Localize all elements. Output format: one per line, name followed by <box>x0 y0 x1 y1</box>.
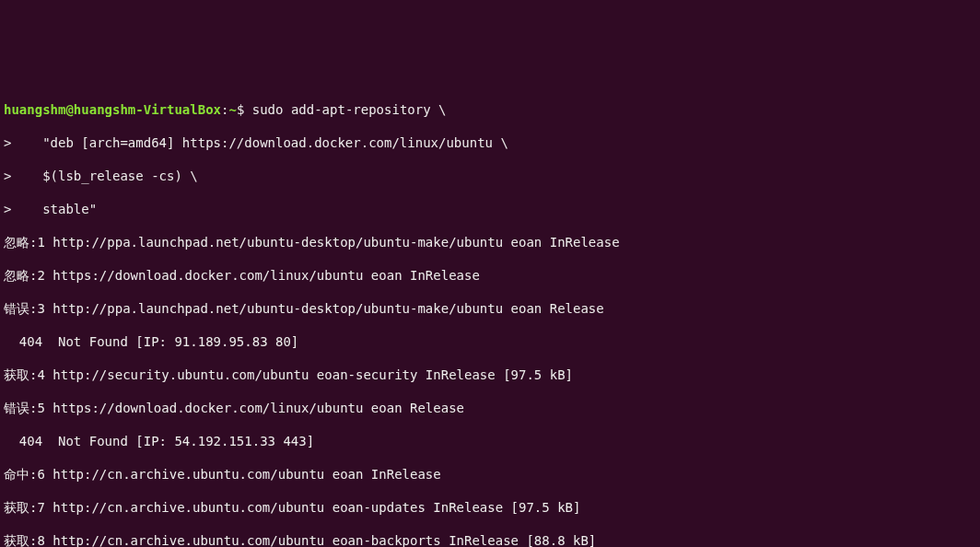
output-line: 命中:6 http://cn.archive.ubuntu.com/ubuntu… <box>4 466 976 483</box>
continuation-line: > $(lsb_release -cs) \ <box>4 168 976 184</box>
command-text: sudo add-apt-repository \ <box>244 102 446 117</box>
output-line: 获取:4 http://security.ubuntu.com/ubuntu e… <box>4 367 976 383</box>
output-line: 获取:8 http://cn.archive.ubuntu.com/ubuntu… <box>4 532 976 547</box>
terminal-window[interactable]: huangshm@huangshm-VirtualBox:~$ sudo add… <box>0 83 980 547</box>
output-line: 获取:7 http://cn.archive.ubuntu.com/ubuntu… <box>4 499 976 516</box>
continuation-line: > "deb [arch=amd64] https://download.doc… <box>4 134 976 151</box>
continuation-line: > stable" <box>4 201 976 217</box>
output-line: 错误:3 http://ppa.launchpad.net/ubuntu-des… <box>4 300 976 317</box>
prompt-line[interactable]: huangshm@huangshm-VirtualBox:~$ sudo add… <box>4 101 976 118</box>
output-line: 忽略:2 https://download.docker.com/linux/u… <box>4 267 976 284</box>
output-line: 404 Not Found [IP: 54.192.151.33 443] <box>4 433 976 449</box>
prompt-userhost: huangshm@huangshm-VirtualBox <box>4 102 221 117</box>
prompt-path: ~ <box>228 102 236 117</box>
output-line: 错误:5 https://download.docker.com/linux/u… <box>4 400 976 416</box>
output-line: 忽略:1 http://ppa.launchpad.net/ubuntu-des… <box>4 234 976 250</box>
output-line: 404 Not Found [IP: 91.189.95.83 80] <box>4 333 976 350</box>
